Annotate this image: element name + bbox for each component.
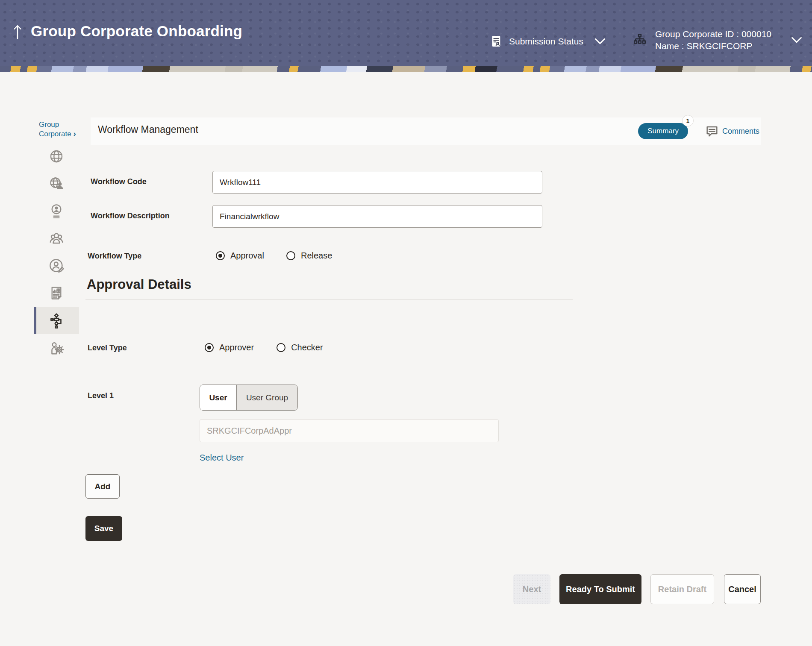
level-type-radio-group: Approver Checker [205, 343, 323, 352]
approval-details-heading: Approval Details [87, 277, 191, 292]
chevron-right-icon: › [71, 129, 76, 138]
org-chart-icon [632, 31, 648, 49]
decorative-banner-strip [0, 66, 812, 72]
section-divider [85, 300, 573, 300]
workflow-code-input[interactable] [212, 171, 542, 194]
sidebar-item-preferences[interactable] [34, 334, 79, 361]
summary-label: Summary [647, 127, 679, 135]
user-edit-icon [48, 257, 65, 274]
page-title: Group Corporate Onboarding [31, 23, 242, 40]
app-window: Group Corporate Onboarding Submission St… [0, 0, 812, 646]
comments-button[interactable]: Comments [705, 124, 759, 138]
workflow-code-label: Workflow Code [91, 177, 147, 186]
profile-icon [48, 203, 65, 219]
user-usergroup-toggle: User User Group [200, 385, 298, 411]
sidebar-item-kyc[interactable] [34, 197, 79, 225]
sidebar-item-customer-profile[interactable] [34, 170, 79, 197]
tab-user-group[interactable]: User Group [236, 385, 297, 410]
report-icon [48, 285, 65, 301]
radio-approval-label: Approval [230, 251, 264, 261]
breadcrumb-group-corporate[interactable]: Group Corporate› [39, 120, 92, 138]
globe-icon [48, 148, 65, 164]
radio-unselected-icon [277, 343, 285, 352]
workflow-description-input[interactable] [212, 205, 542, 228]
radio-checker-label: Checker [291, 343, 323, 352]
workflow-type-label: Workflow Type [88, 252, 141, 261]
sidebar-item-parties[interactable] [34, 143, 79, 170]
cancel-button[interactable]: Cancel [724, 574, 761, 604]
corporate-info-dropdown[interactable]: Group Corporate ID : 000010 Name : SRKGC… [632, 28, 803, 52]
radio-checker[interactable]: Checker [277, 343, 323, 352]
ready-to-submit-button[interactable]: Ready To Submit [559, 574, 641, 604]
add-button[interactable]: Add [85, 474, 120, 499]
comments-label: Comments [722, 127, 759, 136]
workflow-icon [48, 312, 65, 329]
sidebar-item-signatory[interactable] [34, 252, 79, 279]
radio-approver[interactable]: Approver [205, 343, 254, 352]
radio-approver-label: Approver [219, 343, 254, 352]
user-settings-icon [48, 339, 65, 356]
level-type-label: Level Type [88, 344, 127, 352]
corporate-id: Group Corporate ID : 000010 [655, 28, 771, 40]
arrow-up-icon [10, 22, 25, 41]
section-title: Workflow Management [98, 124, 198, 135]
scroll-top-button[interactable] [10, 22, 25, 41]
sidebar-item-reports[interactable] [34, 279, 79, 307]
radio-release[interactable]: Release [286, 251, 332, 261]
select-user-link[interactable]: Select User [200, 453, 244, 463]
sidebar-item-group[interactable] [34, 225, 79, 252]
globe-user-icon [48, 176, 65, 192]
radio-selected-icon [205, 343, 214, 352]
summary-button[interactable]: Summary 1 [638, 123, 688, 139]
summary-count-badge: 1 [682, 115, 694, 126]
radio-release-label: Release [301, 251, 332, 261]
workflow-type-radio-group: Approval Release [216, 251, 332, 261]
sidebar-nav [34, 143, 79, 361]
breadcrumb-label: Group Corporate [39, 120, 71, 138]
radio-selected-icon [216, 251, 225, 260]
level1-label: Level 1 [88, 391, 114, 400]
radio-approval[interactable]: Approval [216, 251, 264, 261]
radio-unselected-icon [286, 251, 295, 260]
chevron-down-icon [791, 36, 803, 44]
retain-draft-button[interactable]: Retain Draft [650, 574, 714, 604]
sidebar-item-workflow-management[interactable] [34, 307, 79, 334]
section-header-bar: Workflow Management Summary 1 Comments [91, 117, 761, 145]
submission-status-label: Submission Status [509, 36, 583, 47]
workflow-description-label: Workflow Description [91, 211, 170, 220]
group-icon [48, 230, 65, 247]
corporate-name: Name : SRKGCIFCORP [655, 40, 771, 52]
save-button[interactable]: Save [85, 516, 122, 541]
submission-status-dropdown[interactable]: Submission Status [490, 34, 606, 49]
comments-icon [705, 124, 719, 138]
tab-user[interactable]: User [200, 385, 236, 410]
next-button[interactable]: Next [513, 574, 550, 604]
approver-user-input[interactable] [200, 419, 499, 442]
chevron-down-icon [594, 38, 606, 45]
submission-status-icon [490, 34, 503, 49]
app-header: Group Corporate Onboarding Submission St… [0, 0, 812, 66]
